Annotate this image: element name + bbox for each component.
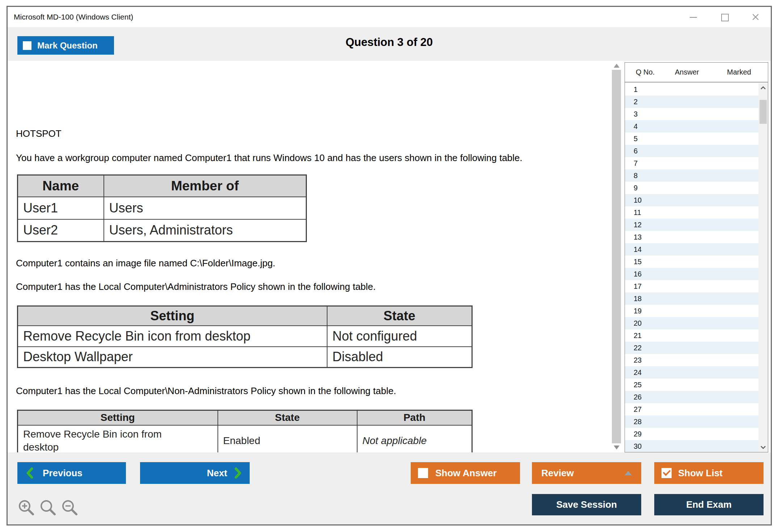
- maximize-icon[interactable]: [720, 13, 729, 21]
- question-list-row[interactable]: 11: [625, 206, 758, 219]
- users-table: NameMember ofUser1UsersUser2Users, Admin…: [17, 174, 307, 242]
- question-list-row[interactable]: 3: [625, 108, 758, 120]
- show-answer-label: Show Answer: [435, 468, 497, 479]
- close-icon[interactable]: [751, 13, 760, 21]
- question-list-row[interactable]: 26: [625, 391, 758, 403]
- content-scrollbar[interactable]: [612, 61, 621, 452]
- question-list-row[interactable]: 22: [625, 342, 758, 354]
- collapse-up-icon: [625, 471, 632, 475]
- question-list-row[interactable]: 21: [625, 329, 758, 342]
- column-header: State: [218, 410, 357, 425]
- table-cell: Desktop Wallpaper: [18, 347, 327, 368]
- question-list-row[interactable]: 1: [625, 83, 758, 96]
- question-list-row[interactable]: 23: [625, 354, 758, 366]
- zoom-out-icon[interactable]: [61, 499, 80, 518]
- question-list-row[interactable]: 8: [625, 169, 758, 182]
- question-list-row[interactable]: 15: [625, 256, 758, 268]
- magnifier-icon[interactable]: [39, 499, 58, 518]
- table-cell: Not applicable: [357, 425, 472, 456]
- content-scrollbar-track[interactable]: [612, 70, 621, 443]
- question-list-header: Q No. Answer Marked: [625, 63, 768, 83]
- question-list-row[interactable]: 17: [625, 280, 758, 292]
- question-list-row[interactable]: 19: [625, 305, 758, 317]
- question-list-row[interactable]: 7: [625, 157, 758, 169]
- zoom-toolbar: [17, 499, 80, 518]
- column-header: State: [327, 306, 472, 326]
- review-button[interactable]: Review: [532, 462, 641, 484]
- non-admin-policy-text: Computer1 has the Local Computer\Non-Adm…: [16, 385, 396, 397]
- column-header-marked: Marked: [727, 68, 751, 76]
- question-list-row[interactable]: 24: [625, 366, 758, 379]
- table-cell: Remove Recycle Bin icon from desktop: [18, 425, 218, 456]
- chevron-right-icon: [234, 467, 242, 479]
- question-list-row[interactable]: 14: [625, 243, 758, 256]
- scroll-up-icon[interactable]: [614, 64, 620, 68]
- chevron-left-icon: [26, 467, 33, 479]
- question-list-row[interactable]: 16: [625, 268, 758, 280]
- question-list-row[interactable]: 30: [625, 440, 758, 452]
- save-session-label: Save Session: [556, 499, 617, 510]
- table-row: Remove Recycle Bin icon from desktopNot …: [18, 326, 472, 347]
- column-header: Setting: [18, 410, 218, 425]
- minimize-icon[interactable]: [689, 13, 698, 21]
- question-list-row[interactable]: 18: [625, 292, 758, 305]
- column-header-answer: Answer: [675, 68, 699, 76]
- table-cell: Users: [104, 197, 306, 219]
- review-label: Review: [541, 468, 574, 479]
- show-answer-button[interactable]: Show Answer: [411, 462, 520, 484]
- save-session-button[interactable]: Save Session: [532, 494, 641, 515]
- show-list-button[interactable]: Show List: [654, 462, 764, 484]
- previous-label: Previous: [43, 468, 83, 479]
- next-button[interactable]: Next: [140, 462, 250, 484]
- question-list-row[interactable]: 9: [625, 182, 758, 194]
- mark-question-button[interactable]: Mark Question: [17, 36, 114, 55]
- exam-window: Microsoft MD-100 (Windows Client) Questi…: [7, 6, 772, 525]
- column-header: Name: [18, 175, 104, 197]
- column-header: Member of: [104, 175, 306, 197]
- table-cell: Not configured: [327, 326, 472, 347]
- question-list-row[interactable]: 6: [625, 145, 758, 157]
- question-intro-text: You have a workgroup computer named Comp…: [16, 152, 523, 164]
- question-list-row[interactable]: 20: [625, 317, 758, 329]
- question-list-row[interactable]: 25: [625, 379, 758, 391]
- question-list-row[interactable]: 12: [625, 219, 758, 231]
- window-controls: [689, 7, 760, 27]
- table-cell: Disabled: [327, 347, 472, 368]
- question-list-row[interactable]: 29: [625, 428, 758, 440]
- question-list-scrollbar-thumb[interactable]: [760, 100, 767, 124]
- scroll-down-icon[interactable]: [614, 446, 620, 449]
- mark-question-checkbox: [23, 41, 31, 50]
- footer-bar: Previous Next Show Answer Review Show Li…: [8, 452, 771, 524]
- title-bar: Microsoft MD-100 (Windows Client): [8, 7, 771, 27]
- previous-button[interactable]: Previous: [17, 462, 126, 484]
- show-list-checkbox: [661, 468, 672, 478]
- end-exam-label: End Exam: [686, 499, 732, 510]
- next-label: Next: [207, 468, 227, 479]
- column-header: Setting: [18, 306, 327, 326]
- question-list-row[interactable]: 13: [625, 231, 758, 243]
- table-cell: Users, Administrators: [104, 219, 306, 242]
- image-file-text: Computer1 contains an image file named C…: [16, 258, 275, 269]
- question-list-row[interactable]: 2: [625, 96, 758, 108]
- table-row: Desktop WallpaperDisabled: [18, 347, 472, 368]
- admin-policy-text: Computer1 has the Local Computer\Adminis…: [16, 281, 376, 292]
- question-list-row[interactable]: 28: [625, 415, 758, 428]
- question-list-row[interactable]: 5: [625, 132, 758, 145]
- scroll-down-chevron-icon[interactable]: [760, 446, 766, 449]
- question-list-row[interactable]: 4: [625, 120, 758, 132]
- question-list-row[interactable]: 27: [625, 403, 758, 415]
- table-cell: User2: [18, 219, 104, 242]
- table-row: Remove Recycle Bin icon from desktopEnab…: [18, 425, 472, 456]
- admin-policy-table: SettingStateRemove Recycle Bin icon from…: [17, 305, 473, 368]
- column-header-qno: Q No.: [636, 68, 655, 76]
- mark-question-label: Mark Question: [37, 41, 98, 51]
- scroll-up-chevron-icon[interactable]: [760, 86, 766, 90]
- question-list-scrollbar[interactable]: [758, 83, 768, 452]
- end-exam-button[interactable]: End Exam: [654, 494, 764, 515]
- question-list-row[interactable]: 10: [625, 194, 758, 206]
- question-counter: Question 3 of 20: [8, 36, 771, 49]
- zoom-in-icon[interactable]: [17, 499, 36, 518]
- table-row: User1Users: [18, 197, 306, 219]
- table-cell: User1: [18, 197, 104, 219]
- show-list-label: Show List: [678, 468, 723, 479]
